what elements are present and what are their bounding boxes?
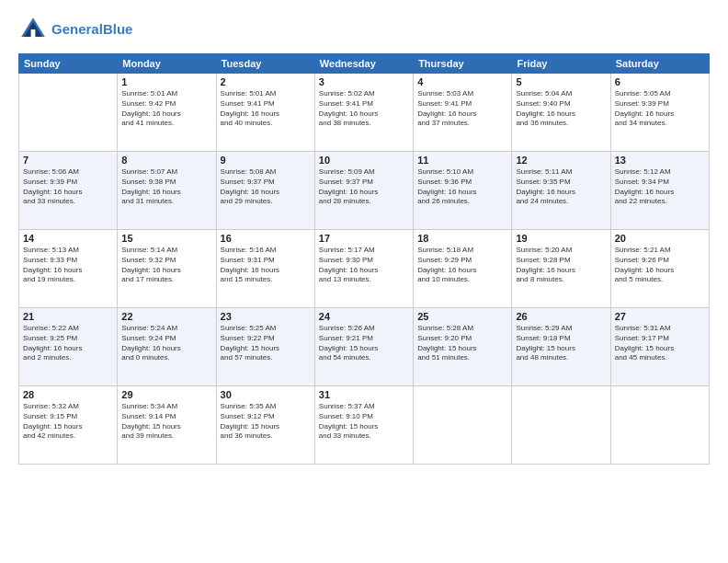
day-number: 5 <box>516 76 606 87</box>
calendar-week-row: 21Sunrise: 5:22 AM Sunset: 9:25 PM Dayli… <box>19 308 710 386</box>
calendar-cell: 10Sunrise: 5:09 AM Sunset: 9:37 PM Dayli… <box>314 152 413 230</box>
day-header-thursday: Thursday <box>414 54 512 74</box>
calendar-cell: 28Sunrise: 5:32 AM Sunset: 9:15 PM Dayli… <box>19 386 118 465</box>
day-info: Sunrise: 5:14 AM Sunset: 9:32 PM Dayligh… <box>121 246 211 285</box>
calendar-week-row: 7Sunrise: 5:06 AM Sunset: 9:39 PM Daylig… <box>19 152 710 230</box>
day-header-monday: Monday <box>118 54 216 74</box>
day-number: 19 <box>516 233 606 244</box>
calendar-cell: 26Sunrise: 5:29 AM Sunset: 9:18 PM Dayli… <box>512 308 610 386</box>
day-number: 18 <box>417 233 507 244</box>
day-info: Sunrise: 5:22 AM Sunset: 9:25 PM Dayligh… <box>23 324 113 363</box>
day-number: 3 <box>319 76 409 87</box>
day-info: Sunrise: 5:09 AM Sunset: 9:37 PM Dayligh… <box>319 167 409 207</box>
day-number: 24 <box>319 311 409 322</box>
day-number: 11 <box>417 155 507 166</box>
day-number: 27 <box>615 311 705 322</box>
day-number: 4 <box>417 76 507 87</box>
day-number: 7 <box>23 155 113 166</box>
calendar-cell: 21Sunrise: 5:22 AM Sunset: 9:25 PM Dayli… <box>19 308 118 386</box>
day-info: Sunrise: 5:17 AM Sunset: 9:30 PM Dayligh… <box>319 246 409 285</box>
calendar-cell: 14Sunrise: 5:13 AM Sunset: 9:33 PM Dayli… <box>19 230 118 308</box>
day-number: 6 <box>615 76 705 87</box>
calendar-cell: 18Sunrise: 5:18 AM Sunset: 9:29 PM Dayli… <box>414 230 512 308</box>
day-info: Sunrise: 5:18 AM Sunset: 9:29 PM Dayligh… <box>417 246 507 285</box>
day-number: 23 <box>221 311 311 322</box>
day-number: 13 <box>615 155 705 166</box>
logo: GeneralBlue <box>18 15 132 44</box>
day-number: 26 <box>516 311 606 322</box>
calendar-cell: 15Sunrise: 5:14 AM Sunset: 9:32 PM Dayli… <box>118 230 216 308</box>
logo-general: General <box>51 21 103 37</box>
day-info: Sunrise: 5:29 AM Sunset: 9:18 PM Dayligh… <box>516 324 606 363</box>
day-info: Sunrise: 5:12 AM Sunset: 9:34 PM Dayligh… <box>615 167 705 207</box>
calendar-cell: 4Sunrise: 5:03 AM Sunset: 9:41 PM Daylig… <box>414 74 512 152</box>
calendar-cell: 24Sunrise: 5:26 AM Sunset: 9:21 PM Dayli… <box>314 308 413 386</box>
svg-rect-2 <box>31 29 36 37</box>
page: GeneralBlue SundayMondayTuesdayWednesday… <box>0 0 728 563</box>
calendar-week-row: 14Sunrise: 5:13 AM Sunset: 9:33 PM Dayli… <box>19 230 710 308</box>
calendar-cell: 19Sunrise: 5:20 AM Sunset: 9:28 PM Dayli… <box>512 230 610 308</box>
day-number: 1 <box>121 76 211 87</box>
calendar-week-row: 28Sunrise: 5:32 AM Sunset: 9:15 PM Dayli… <box>19 386 710 465</box>
calendar-cell: 13Sunrise: 5:12 AM Sunset: 9:34 PM Dayli… <box>610 152 709 230</box>
logo-text: GeneralBlue <box>51 22 132 38</box>
calendar-cell: 11Sunrise: 5:10 AM Sunset: 9:36 PM Dayli… <box>414 152 512 230</box>
calendar-cell: 30Sunrise: 5:35 AM Sunset: 9:12 PM Dayli… <box>216 386 314 465</box>
day-number: 30 <box>221 389 311 400</box>
day-info: Sunrise: 5:08 AM Sunset: 9:37 PM Dayligh… <box>221 167 311 207</box>
day-number: 22 <box>121 311 211 322</box>
day-info: Sunrise: 5:37 AM Sunset: 9:10 PM Dayligh… <box>319 402 409 442</box>
day-info: Sunrise: 5:26 AM Sunset: 9:21 PM Dayligh… <box>319 324 409 363</box>
calendar-header-row: SundayMondayTuesdayWednesdayThursdayFrid… <box>19 54 710 74</box>
calendar-cell: 20Sunrise: 5:21 AM Sunset: 9:26 PM Dayli… <box>610 230 709 308</box>
day-number: 25 <box>417 311 507 322</box>
calendar-cell: 6Sunrise: 5:05 AM Sunset: 9:39 PM Daylig… <box>610 74 709 152</box>
day-header-wednesday: Wednesday <box>314 54 413 74</box>
day-info: Sunrise: 5:16 AM Sunset: 9:31 PM Dayligh… <box>221 246 311 285</box>
day-info: Sunrise: 5:07 AM Sunset: 9:38 PM Dayligh… <box>121 167 211 207</box>
day-info: Sunrise: 5:01 AM Sunset: 9:41 PM Dayligh… <box>221 89 311 129</box>
day-info: Sunrise: 5:25 AM Sunset: 9:22 PM Dayligh… <box>221 324 311 363</box>
day-info: Sunrise: 5:13 AM Sunset: 9:33 PM Dayligh… <box>23 246 113 285</box>
day-info: Sunrise: 5:03 AM Sunset: 9:41 PM Dayligh… <box>417 89 507 129</box>
day-info: Sunrise: 5:28 AM Sunset: 9:20 PM Dayligh… <box>417 324 507 363</box>
logo-icon <box>18 15 48 44</box>
calendar-cell: 23Sunrise: 5:25 AM Sunset: 9:22 PM Dayli… <box>216 308 314 386</box>
day-info: Sunrise: 5:24 AM Sunset: 9:24 PM Dayligh… <box>121 324 211 363</box>
calendar-cell <box>19 74 118 152</box>
header: GeneralBlue <box>18 15 710 44</box>
day-info: Sunrise: 5:10 AM Sunset: 9:36 PM Dayligh… <box>417 167 507 207</box>
day-header-saturday: Saturday <box>610 54 709 74</box>
day-info: Sunrise: 5:21 AM Sunset: 9:26 PM Dayligh… <box>615 246 705 285</box>
day-number: 21 <box>23 311 113 322</box>
day-number: 16 <box>221 233 311 244</box>
calendar-cell: 1Sunrise: 5:01 AM Sunset: 9:42 PM Daylig… <box>118 74 216 152</box>
calendar-cell: 9Sunrise: 5:08 AM Sunset: 9:37 PM Daylig… <box>216 152 314 230</box>
day-info: Sunrise: 5:01 AM Sunset: 9:42 PM Dayligh… <box>121 89 211 129</box>
day-number: 14 <box>23 233 113 244</box>
calendar-cell: 29Sunrise: 5:34 AM Sunset: 9:14 PM Dayli… <box>118 386 216 465</box>
day-info: Sunrise: 5:11 AM Sunset: 9:35 PM Dayligh… <box>516 167 606 207</box>
calendar-cell: 5Sunrise: 5:04 AM Sunset: 9:40 PM Daylig… <box>512 74 610 152</box>
day-number: 15 <box>121 233 211 244</box>
day-info: Sunrise: 5:32 AM Sunset: 9:15 PM Dayligh… <box>23 402 113 442</box>
day-number: 28 <box>23 389 113 400</box>
day-info: Sunrise: 5:06 AM Sunset: 9:39 PM Dayligh… <box>23 167 113 207</box>
calendar-cell: 2Sunrise: 5:01 AM Sunset: 9:41 PM Daylig… <box>216 74 314 152</box>
calendar-cell: 12Sunrise: 5:11 AM Sunset: 9:35 PM Dayli… <box>512 152 610 230</box>
calendar-cell: 16Sunrise: 5:16 AM Sunset: 9:31 PM Dayli… <box>216 230 314 308</box>
day-number: 2 <box>221 76 311 87</box>
day-number: 9 <box>221 155 311 166</box>
day-info: Sunrise: 5:34 AM Sunset: 9:14 PM Dayligh… <box>121 402 211 442</box>
day-number: 20 <box>615 233 705 244</box>
calendar-week-row: 1Sunrise: 5:01 AM Sunset: 9:42 PM Daylig… <box>19 74 710 152</box>
calendar-cell: 22Sunrise: 5:24 AM Sunset: 9:24 PM Dayli… <box>118 308 216 386</box>
calendar-cell: 7Sunrise: 5:06 AM Sunset: 9:39 PM Daylig… <box>19 152 118 230</box>
calendar-cell: 8Sunrise: 5:07 AM Sunset: 9:38 PM Daylig… <box>118 152 216 230</box>
day-info: Sunrise: 5:02 AM Sunset: 9:41 PM Dayligh… <box>319 89 409 129</box>
calendar-cell <box>414 386 512 465</box>
calendar-cell <box>512 386 610 465</box>
calendar-cell: 3Sunrise: 5:02 AM Sunset: 9:41 PM Daylig… <box>314 74 413 152</box>
day-number: 12 <box>516 155 606 166</box>
calendar-cell <box>610 386 709 465</box>
